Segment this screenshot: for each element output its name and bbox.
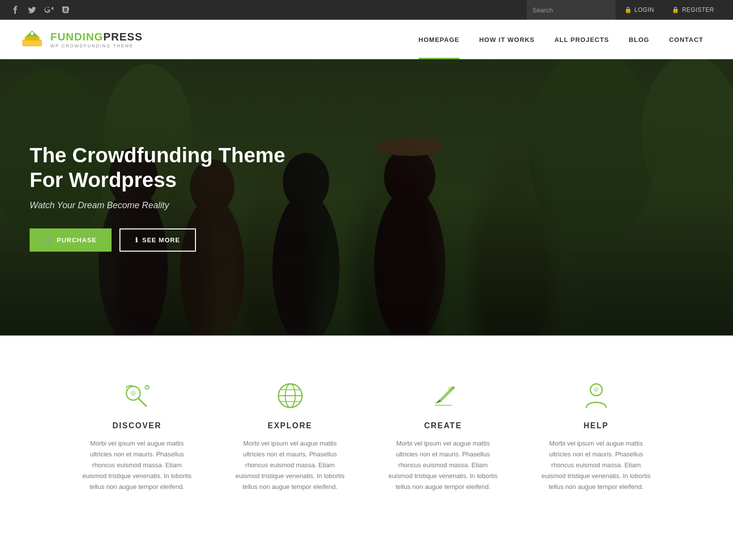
logo-text: FUNDINGPRESS WP CROWDFUNDING THEME <box>50 31 143 48</box>
feature-explore: EXPLORE Morbi vel ipsum vel augue mattis… <box>224 370 357 502</box>
nav-links: HOMEPAGE HOW IT WORKS ALL PROJECTS BLOG … <box>409 20 713 59</box>
discover-icon <box>121 380 153 411</box>
login-icon: 🔒 <box>624 6 632 13</box>
register-icon: 🔒 <box>672 6 680 13</box>
svg-point-31 <box>594 387 599 392</box>
hero-title: The Crowdfunding Theme For Wordpress <box>30 143 316 193</box>
logo[interactable]: FUNDINGPRESS WP CROWDFUNDING THEME <box>20 30 143 49</box>
discover-title: DISCOVER <box>80 421 194 430</box>
features-grid: DISCOVER Morbi vel ipsum vel augue matti… <box>71 370 663 502</box>
explore-title: EXPLORE <box>233 421 347 430</box>
nav-how-it-works[interactable]: HOW IT WORKS <box>469 20 544 59</box>
create-desc: Morbi vel ipsum vel augue mattis ultrici… <box>386 438 500 492</box>
svg-point-21 <box>130 390 136 396</box>
help-desc: Morbi vel ipsum vel augue mattis ultrici… <box>540 438 653 492</box>
info-icon: ℹ <box>135 236 138 244</box>
svg-point-29 <box>448 387 452 391</box>
svg-point-3 <box>31 32 34 35</box>
top-bar: 🔒 LOGIN 🔒 REGISTER <box>0 0 733 20</box>
nav-contact[interactable]: CONTACT <box>659 20 713 59</box>
feature-help: HELP Morbi vel ipsum vel augue mattis ul… <box>530 370 663 502</box>
create-title: CREATE <box>386 421 500 430</box>
nav-all-projects[interactable]: ALL PROJECTS <box>544 20 619 59</box>
nav-blog[interactable]: BLOG <box>619 20 659 59</box>
feature-create: CREATE Morbi vel ipsum vel augue mattis … <box>377 370 510 502</box>
login-button[interactable]: 🔒 LOGIN <box>616 0 663 20</box>
svg-rect-0 <box>22 39 42 46</box>
social-links <box>10 4 71 15</box>
googleplus-icon[interactable] <box>43 4 54 15</box>
discover-desc: Morbi vel ipsum vel augue mattis ultrici… <box>80 438 194 492</box>
register-button[interactable]: 🔒 REGISTER <box>663 0 723 20</box>
create-icon <box>427 380 459 411</box>
help-icon <box>580 380 612 411</box>
skype-icon[interactable] <box>60 4 71 15</box>
cart-icon: 🛒 <box>44 236 53 244</box>
facebook-icon[interactable] <box>10 4 21 15</box>
features-section: DISCOVER Morbi vel ipsum vel augue matti… <box>0 336 733 532</box>
twitter-icon[interactable] <box>27 4 38 15</box>
nav-homepage[interactable]: HOMEPAGE <box>409 20 469 59</box>
explore-icon <box>274 380 306 411</box>
feature-discover: DISCOVER Morbi vel ipsum vel augue matti… <box>71 370 204 502</box>
svg-rect-1 <box>25 37 39 40</box>
help-title: HELP <box>540 421 653 430</box>
hero-content: The Crowdfunding Theme For Wordpress Wat… <box>0 143 346 252</box>
purchase-button[interactable]: 🛒 PURCHASE <box>30 228 112 252</box>
svg-line-20 <box>138 398 146 406</box>
search-input[interactable] <box>527 0 616 20</box>
top-bar-right: 🔒 LOGIN 🔒 REGISTER <box>527 0 723 20</box>
seemore-button[interactable]: ℹ SEE MORE <box>119 228 196 252</box>
logo-subtitle: WP CROWDFUNDING THEME <box>50 43 143 48</box>
explore-desc: Morbi vel ipsum vel augue mattis ultrici… <box>233 438 347 492</box>
logo-icon <box>20 30 44 49</box>
hero-section: The Crowdfunding Theme For Wordpress Wat… <box>0 59 733 336</box>
hero-subtitle: Watch Your Dream Become Reality <box>30 200 316 211</box>
svg-rect-28 <box>434 405 452 406</box>
logo-name: FUNDINGPRESS <box>50 31 143 43</box>
navbar: FUNDINGPRESS WP CROWDFUNDING THEME HOMEP… <box>0 20 733 59</box>
hero-buttons: 🛒 PURCHASE ℹ SEE MORE <box>30 228 316 252</box>
